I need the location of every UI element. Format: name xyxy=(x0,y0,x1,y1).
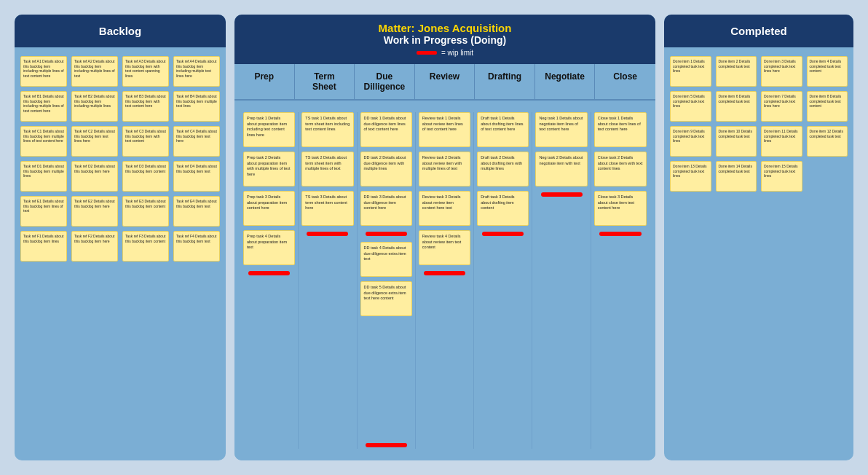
completed-header: Completed xyxy=(664,15,853,47)
list-item[interactable]: Close task 3 Details about close item te… xyxy=(594,191,647,226)
wip-header: Matter: Jones Acquisition Work in Progre… xyxy=(234,15,655,64)
list-item[interactable]: Done item 10 Details completed task text xyxy=(716,126,757,157)
wip-col-negotiate: Neg task 1 Details about negotiate item … xyxy=(532,112,591,449)
wip-limit-duediligence-bottom xyxy=(366,443,407,447)
list-item[interactable]: Task ref A1 Details about this backlog i… xyxy=(20,56,67,87)
list-item[interactable]: Done item 11 Details completed task text… xyxy=(761,126,802,157)
list-item[interactable]: TS task 2 Details about term sheet item … xyxy=(301,152,353,187)
list-item[interactable]: Done item 6 Details completed task text xyxy=(716,91,757,122)
list-item[interactable]: Done item 9 Details completed task text … xyxy=(670,126,711,157)
list-item[interactable]: Done item 2 Details completed task text xyxy=(716,56,757,87)
wip-limit-termsheet xyxy=(307,232,348,236)
list-item[interactable]: Task ref B3 Details about this backlog i… xyxy=(122,91,169,122)
completed-panel: Completed Done item 1 Details completed … xyxy=(664,15,853,460)
completed-body: Done item 1 Details completed task text … xyxy=(664,47,853,460)
list-item[interactable]: DD task 2 Details about due diligence it… xyxy=(360,152,412,187)
list-item[interactable]: Done item 7 Details completed task text … xyxy=(761,91,802,122)
list-item[interactable]: Task ref C3 Details about this backlog i… xyxy=(122,126,169,157)
list-item[interactable]: DD task 3 Details about due diligence it… xyxy=(360,191,412,226)
wip-col-review: Review task 1 Details about review item … xyxy=(416,112,474,449)
list-item[interactable]: Prep task 4 Details about preparation it… xyxy=(243,230,295,265)
wip-limit-close xyxy=(599,232,642,236)
col-header-review: Review xyxy=(415,64,476,99)
list-item[interactable]: DD task 5 Details about due diligence ex… xyxy=(360,281,412,316)
list-item[interactable]: Review task 2 Details about review item … xyxy=(419,152,470,187)
list-item[interactable]: Neg task 2 Details about negotiate item … xyxy=(535,152,587,187)
wip-panel: Matter: Jones Acquisition Work in Progre… xyxy=(234,15,655,460)
list-item[interactable]: Review task 1 Details about review item … xyxy=(419,112,470,147)
list-item[interactable]: Done item 15 Details completed task text… xyxy=(761,161,802,192)
list-item[interactable]: Done item 5 Details completed task text … xyxy=(670,91,711,122)
list-item[interactable]: Draft task 2 Details about drafting item… xyxy=(477,152,529,187)
list-item[interactable]: Draft task 1 Details about drafting item… xyxy=(477,112,529,147)
wip-col-duediligence: DD task 1 Details about due diligence it… xyxy=(358,112,416,449)
col-header-negotiate: Negotiate xyxy=(535,64,596,99)
list-item[interactable]: Done item 14 Details completed task text xyxy=(716,161,757,192)
list-item[interactable]: Task ref A2 Details about this backlog i… xyxy=(71,56,118,87)
list-item[interactable]: Task ref E1 Details about this backlog i… xyxy=(20,196,67,227)
list-item[interactable]: Task ref B4 Details about this backlog i… xyxy=(173,91,220,122)
list-item[interactable]: Task ref F1 Details about this backlog i… xyxy=(20,231,67,262)
wip-title: Matter: Jones Acquisition xyxy=(242,22,648,34)
wip-col-drafting: Draft task 1 Details about drafting item… xyxy=(474,112,532,449)
list-item[interactable]: Neg task 1 Details about negotiate item … xyxy=(535,112,587,147)
backlog-panel: Backlog Task ref A1 Details about this b… xyxy=(15,15,226,460)
list-item[interactable]: Task ref C1 Details about this backlog i… xyxy=(20,126,67,157)
list-item[interactable]: Task ref A4 Details about this backlog i… xyxy=(173,56,220,87)
list-item[interactable]: Task ref E4 Details about this backlog i… xyxy=(173,196,220,227)
list-item[interactable]: Review task 3 Details about review item … xyxy=(419,191,470,226)
list-item[interactable]: Task ref D4 Details about this backlog i… xyxy=(173,161,220,192)
list-item[interactable]: Draft task 3 Details about drafting item… xyxy=(477,191,529,226)
list-item[interactable]: Task ref C2 Details about this backlog i… xyxy=(71,126,118,157)
list-item[interactable]: Task ref E2 Details about this backlog i… xyxy=(71,196,118,227)
list-item[interactable]: TS task 1 Details about term sheet item … xyxy=(301,112,353,147)
list-item[interactable]: Review task 4 Details about review item … xyxy=(419,230,470,265)
wip-limit-review xyxy=(424,271,465,275)
backlog-header: Backlog xyxy=(15,15,226,47)
list-item[interactable]: Done item 13 Details completed task text… xyxy=(670,161,711,192)
list-item[interactable]: Task ref A3 Details about this backlog i… xyxy=(122,56,169,87)
list-item[interactable]: Done item 1 Details completed task text … xyxy=(670,56,711,87)
wip-subtitle: Work in Progress (Doing) xyxy=(242,34,648,46)
list-item[interactable]: Done item 8 Details completed task text … xyxy=(807,91,848,122)
list-item[interactable]: Task ref F2 Details about this backlog i… xyxy=(71,231,118,262)
list-item[interactable]: Task ref E3 Details about this backlog i… xyxy=(122,196,169,227)
list-item[interactable]: DD task 1 Details about due diligence it… xyxy=(360,112,412,147)
list-item[interactable]: Done item 3 Details completed task text … xyxy=(761,56,802,87)
col-header-prep: Prep xyxy=(234,64,295,99)
wip-limit-prep xyxy=(248,271,290,275)
col-header-close: Close xyxy=(595,64,655,99)
col-header-termsheet: TermSheet xyxy=(295,64,355,99)
list-item[interactable]: Task ref F3 Details about this backlog i… xyxy=(122,231,169,262)
list-item[interactable]: Prep task 2 Details about preparation it… xyxy=(243,152,295,187)
backlog-grid: Task ref A1 Details about this backlog i… xyxy=(20,56,220,262)
list-item[interactable]: Done item 12 Details completed task text xyxy=(807,126,848,157)
list-item[interactable]: Prep task 1 Details about preparation it… xyxy=(243,112,295,147)
list-item[interactable]: Done item 4 Details completed task text … xyxy=(807,56,848,87)
col-header-duediligence: DueDilligence xyxy=(355,64,415,99)
list-item[interactable]: Task ref C4 Details about this backlog i… xyxy=(173,126,220,157)
wip-legend: = wip limit xyxy=(242,49,648,57)
wip-legend-bar xyxy=(417,51,437,55)
list-item[interactable]: Prep task 3 Details about preparation it… xyxy=(243,191,295,226)
list-item[interactable]: Task ref F4 Details about this backlog i… xyxy=(173,231,220,262)
backlog-body: Task ref A1 Details about this backlog i… xyxy=(15,47,226,460)
list-item[interactable]: Close task 2 Details about close item wi… xyxy=(594,152,647,187)
list-item[interactable]: Task ref B2 Details about this backlog i… xyxy=(71,91,118,122)
list-item[interactable]: Close task 1 Details about close item li… xyxy=(594,112,647,147)
list-item[interactable]: Task ref D2 Details about this backlog i… xyxy=(71,161,118,192)
list-item[interactable]: TS task 3 Details about term sheet item … xyxy=(301,191,353,226)
wip-col-prep: Prep task 1 Details about preparation it… xyxy=(240,112,299,449)
list-item[interactable]: Task ref B1 Details about this backlog i… xyxy=(20,91,67,122)
list-item[interactable]: DD task 4 Details about due diligence ex… xyxy=(360,242,412,277)
wip-limit-negotiate xyxy=(541,192,583,197)
wip-legend-text: = wip limit xyxy=(441,49,473,57)
wip-body: Prep task 1 Details about preparation it… xyxy=(237,106,652,455)
list-item[interactable]: Task ref D1 Details about this backlog i… xyxy=(20,161,67,192)
wip-col-termsheet: TS task 1 Details about term sheet item … xyxy=(299,112,357,449)
wip-limit-duediligence-top xyxy=(366,232,407,236)
col-header-drafting: Drafting xyxy=(475,64,535,99)
list-item[interactable]: Task ref D3 Details about this backlog i… xyxy=(122,161,169,192)
wip-col-close: Close task 1 Details about close item li… xyxy=(591,112,650,449)
wip-limit-drafting xyxy=(482,232,524,236)
